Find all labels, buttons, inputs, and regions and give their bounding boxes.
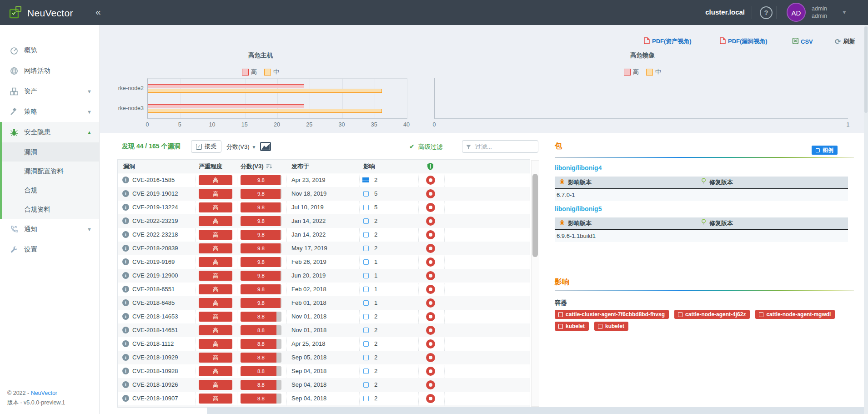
table-row[interactable]: iCVE-2018-10928高8.8Sep 04, 20182: [118, 364, 530, 378]
legend-button[interactable]: 图例: [812, 146, 838, 155]
table-row[interactable]: iCVE-2018-20839高9.8May 17, 20192: [118, 242, 530, 255]
info-icon[interactable]: i: [122, 272, 129, 279]
export-csv-button[interactable]: CSV: [793, 36, 813, 46]
container-tag[interactable]: cattle-node-agent-4j62z: [674, 310, 750, 319]
table-row[interactable]: iCVE-2018-14653高8.8Nov 01, 20182: [118, 310, 530, 323]
table-row[interactable]: iCVE-2018-14651高8.8Nov 01, 20182: [118, 323, 530, 337]
page-scrollbar-thumb[interactable]: [864, 26, 868, 113]
sidebar-collapse-button[interactable]: «: [95, 6, 101, 17]
pdf-file-icon: [644, 37, 650, 45]
package-name-link[interactable]: libonig/libonig5: [555, 205, 602, 212]
info-icon[interactable]: i: [122, 340, 129, 347]
bar-medium: [148, 109, 382, 113]
help-icon[interactable]: ?: [760, 6, 773, 19]
score-badge: 9.8: [241, 284, 281, 294]
legend-swatch-high: [624, 69, 631, 76]
info-icon[interactable]: i: [122, 190, 129, 197]
version-label: 版本 - v5.0.0-preview.1: [7, 398, 65, 408]
sidebar-item-settings[interactable]: 设置: [0, 239, 99, 260]
table-row[interactable]: iCVE-2018-10926高8.8Sep 04, 20182: [118, 378, 530, 392]
vulnerability-name: CVE-2019-9169: [132, 255, 175, 269]
impact-count: 2: [374, 173, 377, 187]
table-row[interactable]: iCVE-2019-13224高9.8Jul 10, 20195: [118, 201, 530, 214]
table-row[interactable]: iCVE-2018-6551高9.8Feb 02, 20181: [118, 283, 530, 296]
table-scrollbar-thumb[interactable]: [532, 174, 538, 257]
info-icon[interactable]: i: [122, 313, 129, 320]
sidebar-item-assets[interactable]: 资产 ▼: [0, 81, 99, 101]
sidebar-item-network-activity[interactable]: 网络活动: [0, 61, 99, 81]
info-icon[interactable]: i: [122, 327, 129, 333]
info-icon[interactable]: i: [122, 381, 129, 388]
column-header-score[interactable]: 分数(V3): [241, 160, 272, 173]
sidebar-item-compliance[interactable]: 合规: [2, 181, 99, 200]
export-pdf-assets-button[interactable]: PDF(资产视角): [644, 36, 692, 46]
score-badge: 8.8: [241, 366, 281, 376]
container-tag[interactable]: kubelet: [594, 322, 628, 331]
column-header-published: 发布于: [291, 160, 309, 173]
legend-item-high[interactable]: 高: [624, 68, 639, 76]
checkbox-check-icon: ✓: [196, 144, 202, 150]
sidebar-item-policy[interactable]: 策略 ▼: [0, 101, 99, 122]
container-tag[interactable]: kubelet: [555, 322, 589, 331]
info-icon[interactable]: i: [122, 204, 129, 211]
table-row[interactable]: iCVE-2019-12900高9.8Jun 20, 20191: [118, 269, 530, 283]
table-row[interactable]: iCVE-2018-10907高8.8Sep 04, 20182: [118, 392, 530, 405]
user-caret-down-icon[interactable]: ▼: [842, 9, 847, 15]
export-pdf-vuln-button[interactable]: PDF(漏洞视角): [720, 36, 768, 46]
sidebar-item-security-risks[interactable]: 安全隐患 ▲: [2, 122, 99, 142]
vulnerabilities-table: 漏洞 严重程度 分数(V3) 发布于 影响 iCVE-2016-1585高9.8…: [117, 159, 530, 408]
accept-button[interactable]: ✓ 接受: [191, 140, 221, 153]
refresh-button[interactable]: ⟳ 刷新: [835, 36, 855, 46]
severity-badge: 高: [199, 380, 232, 390]
sidebar-item-compliance-profile[interactable]: 合规资料: [2, 200, 99, 219]
score-version-dropdown[interactable]: 分数(V3)▼: [226, 143, 256, 151]
chart-view-button[interactable]: [260, 142, 271, 152]
advanced-filter-toggle[interactable]: ✔高级过滤: [409, 143, 443, 151]
info-icon[interactable]: i: [122, 395, 129, 402]
container-tag[interactable]: cattle-cluster-agent-7f6cbbd8bd-fhvsg: [555, 310, 669, 319]
table-row[interactable]: iCVE-2018-10929高8.8Sep 05, 20182: [118, 351, 530, 364]
legend-swatch-medium: [264, 69, 271, 76]
found-count-label: 发现 44 / 165 个漏洞: [122, 142, 180, 151]
table-row[interactable]: iCVE-2022-23219高9.8Jan 14, 20222: [118, 214, 530, 228]
info-icon[interactable]: i: [122, 286, 129, 293]
category-label: rke-node3: [100, 105, 144, 111]
score-value: 9.8: [241, 257, 281, 267]
score-value: 9.8: [241, 175, 281, 185]
info-icon[interactable]: i: [122, 177, 129, 183]
avatar[interactable]: AD: [787, 3, 806, 22]
table-row[interactable]: iCVE-2018-1112高8.8Apr 25, 20182: [118, 337, 530, 351]
table-row[interactable]: iCVE-2018-6485高9.8Feb 01, 20181: [118, 296, 530, 310]
info-icon[interactable]: i: [122, 258, 129, 265]
legend-item-medium[interactable]: 中: [264, 68, 279, 76]
gradient-divider: [555, 290, 854, 291]
legend-item-medium[interactable]: 中: [646, 68, 661, 76]
table-row[interactable]: iCVE-2022-23218高9.8Jan 14, 20222: [118, 228, 530, 242]
sidebar-item-vulnerabilities[interactable]: 漏洞: [2, 142, 99, 162]
sidebar-item-notifications[interactable]: 通知 ▼: [0, 219, 99, 239]
container-tag[interactable]: cattle-node-agent-mgwdl: [755, 310, 835, 319]
info-icon[interactable]: i: [122, 368, 129, 374]
legend-item-high[interactable]: 高: [242, 68, 257, 76]
score-value: 9.8: [241, 230, 281, 240]
neuvector-footer-link[interactable]: NeuVector: [31, 390, 57, 396]
info-icon[interactable]: i: [122, 354, 129, 361]
table-row[interactable]: iCVE-2016-1585高9.8Apr 23, 20192: [118, 173, 530, 187]
info-icon[interactable]: i: [122, 231, 129, 238]
sidebar-item-vulnerability-profile[interactable]: 漏洞配置资料: [2, 162, 99, 181]
info-icon[interactable]: i: [122, 299, 129, 306]
package-name-link[interactable]: libonig/libonig4: [555, 164, 602, 172]
score-value: 9.8: [241, 243, 281, 253]
severity-badge: 高: [199, 243, 232, 253]
impact-count: 5: [374, 201, 377, 214]
table-row[interactable]: iCVE-2019-19012高9.8Nov 18, 20195: [118, 187, 530, 201]
info-icon[interactable]: i: [122, 217, 129, 224]
sidebar-item-overview[interactable]: 概览: [0, 40, 99, 61]
filter-input[interactable]: [462, 140, 538, 153]
horizontal-scrollbar[interactable]: [207, 407, 868, 414]
table-row[interactable]: iCVE-2019-9169高9.8Feb 26, 20191: [118, 255, 530, 269]
container-tag-label: kubelet: [566, 323, 585, 329]
info-icon[interactable]: i: [122, 245, 129, 252]
user-menu[interactable]: admin admin: [812, 5, 827, 20]
impact-section-title: 影响: [555, 278, 569, 287]
